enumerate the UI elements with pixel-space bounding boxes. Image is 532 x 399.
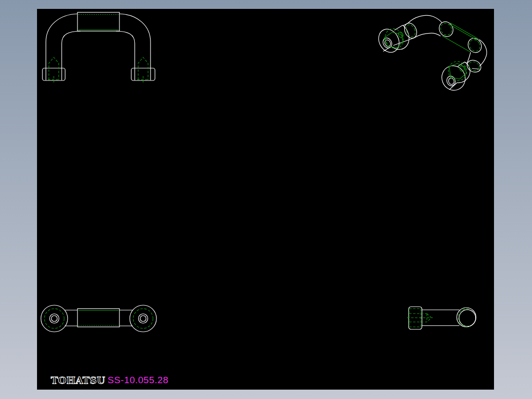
hidden-arc-tube-end [458, 309, 470, 326]
cad-preview-window: TOHATSU SS-10.055.28 [0, 0, 532, 399]
top-view [41, 305, 156, 332]
isometric-view [375, 15, 487, 93]
flange-hole-bottom-inner [448, 78, 455, 85]
flange-circle-right [130, 305, 156, 332]
grip-knurl-edges-3d [443, 23, 479, 52]
hidden-screw-left-base [48, 76, 60, 83]
side-view [407, 307, 476, 329]
drawing-viewport: TOHATSU SS-10.055.28 [37, 9, 494, 390]
manufacturer-logo: TOHATSU [51, 375, 105, 386]
flange-hole-bottom-outer [446, 75, 457, 87]
tube-edge-lines-plan [65, 310, 133, 326]
grip-near-ellipse [437, 19, 456, 39]
tube-outer-arc-left [46, 14, 77, 42]
grip-sleeve [77, 12, 119, 31]
hole-circle-left-inner [51, 316, 57, 321]
flange-circle-left [41, 305, 68, 332]
part-number: SS-10.055.28 [108, 375, 168, 385]
front-view [42, 12, 155, 83]
hidden-bolt-circle-right [133, 309, 153, 328]
tube-leg-lines [46, 42, 151, 80]
tube-outer-arc-right [119, 14, 151, 42]
tube-bend-ellipse-left [402, 21, 419, 40]
grip-sleeve-plan [77, 309, 119, 327]
hole-circle-left-outer [50, 314, 59, 323]
title-block: TOHATSU SS-10.055.28 [51, 375, 168, 386]
drawing-canvas: TOHATSU SS-10.055.28 [37, 9, 494, 390]
hole-circle-right-outer [139, 314, 148, 323]
hex-nut-bottom [449, 64, 466, 80]
screw-tip-left [397, 31, 404, 39]
right-bend-outer-silhouette [479, 40, 487, 66]
hidden-screw-right-base [137, 76, 149, 83]
tube-inner-arc-left [62, 31, 80, 43]
arch-inner-silhouette [414, 33, 441, 38]
hidden-bolt-circle-left [44, 309, 64, 328]
hidden-bend-ellipse [404, 23, 417, 38]
tube-end-circle-inner [459, 310, 476, 326]
tube-inner-arc-right [116, 31, 135, 43]
hole-circle-right-inner [140, 316, 146, 321]
arch-outer-silhouette [408, 15, 442, 23]
down-tube-hidden-ellipse [467, 60, 481, 73]
